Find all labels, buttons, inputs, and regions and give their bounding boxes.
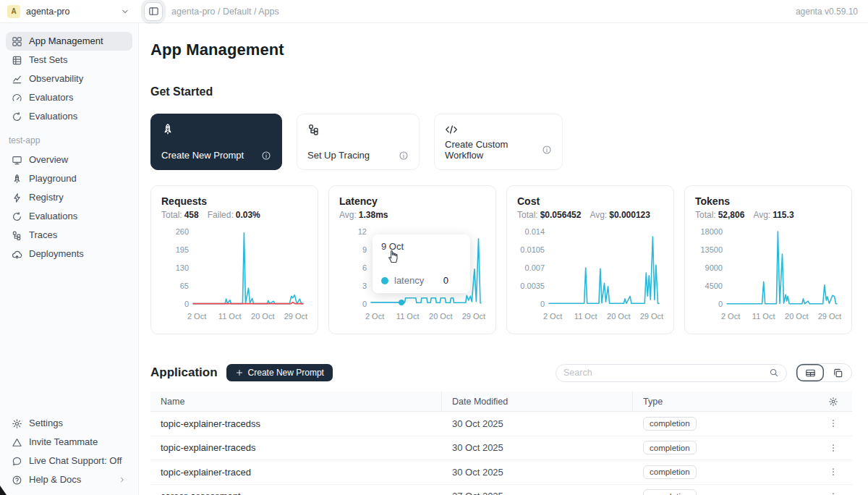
search-icon[interactable] bbox=[769, 368, 779, 378]
svg-text:0: 0 bbox=[540, 300, 545, 308]
row-menu-button[interactable] bbox=[825, 440, 841, 456]
stat-card-cost: CostTotal:$0.056452Avg:$0.00012300.00350… bbox=[506, 185, 674, 334]
stat-card-title: Cost bbox=[517, 195, 663, 207]
type-badge: completion bbox=[643, 465, 697, 479]
sidebar-app-item-overview[interactable]: Overview bbox=[6, 151, 132, 169]
sidebar-bottom-item-help-docs[interactable]: Help & Docs bbox=[6, 470, 132, 489]
stat-card-metrics: Total:52,806Avg:115.3 bbox=[695, 210, 841, 220]
type-badge: completion bbox=[643, 489, 697, 495]
sidebar-app-item-evaluations[interactable]: Evaluations bbox=[6, 207, 132, 226]
rocket-icon bbox=[161, 123, 174, 136]
stat-card-metrics: Avg:1.38ms bbox=[339, 210, 485, 220]
metric-value: $0.000123 bbox=[609, 210, 650, 220]
tokens-chart: 04500900013500180002 Oct11 Oct20 Oct29 O… bbox=[695, 223, 843, 324]
metric: Failed:0.03% bbox=[208, 210, 260, 220]
metric-label: Total: bbox=[517, 210, 538, 220]
refresh-icon bbox=[12, 111, 22, 122]
dots-vertical-icon bbox=[828, 418, 838, 428]
row-actions-cell bbox=[814, 464, 852, 480]
sidebar-item-label: Evaluations bbox=[29, 211, 77, 222]
sidebar-app-item-traces[interactable]: Traces bbox=[6, 226, 132, 245]
row-menu-button[interactable] bbox=[825, 415, 841, 431]
refresh-icon bbox=[12, 211, 22, 222]
sidebar-app-item-playground[interactable]: Playground bbox=[6, 169, 132, 188]
workspace-name: agenta-pro bbox=[26, 7, 69, 17]
card-label: Set Up Tracing bbox=[307, 150, 370, 161]
get-started-card-create-custom-workflow[interactable]: Create Custom Workflow bbox=[434, 114, 563, 170]
dots-vertical-icon bbox=[828, 443, 838, 453]
requests-chart: 0651301952602 Oct11 Oct20 Oct29 Oct bbox=[161, 223, 309, 324]
application-header: Application Create New Prompt bbox=[150, 363, 852, 382]
gauge-icon bbox=[12, 93, 22, 103]
sidebar-toggle-button[interactable] bbox=[144, 2, 163, 21]
table-row[interactable]: topic-explainer-traced30 Oct 2025complet… bbox=[150, 460, 852, 485]
sidebar-app-item-registry[interactable]: Registry bbox=[6, 188, 132, 207]
info-icon bbox=[542, 145, 552, 155]
search-input[interactable] bbox=[563, 368, 765, 378]
panel-toggle-icon bbox=[148, 6, 159, 17]
sidebar-item-label: Evaluations bbox=[29, 111, 77, 122]
metric: Total:52,806 bbox=[695, 210, 744, 220]
breadcrumb[interactable]: agenta-pro / Default / Apps bbox=[171, 7, 279, 17]
row-menu-button[interactable] bbox=[825, 488, 841, 495]
sidebar-app-item-deployments[interactable]: Deployments bbox=[6, 245, 132, 263]
sidebar-bottom-item-invite-teammate[interactable]: Invite Teammate bbox=[6, 433, 132, 452]
sidebar-item-observability[interactable]: Observability bbox=[6, 69, 132, 88]
get-started-card-set-up-tracing[interactable]: Set Up Tracing bbox=[297, 114, 420, 170]
sidebar-spacer bbox=[6, 263, 132, 414]
date-modified-cell: 30 Oct 2025 bbox=[442, 442, 633, 453]
chat-icon bbox=[12, 456, 22, 467]
type-cell: completion bbox=[633, 417, 814, 431]
svg-text:130: 130 bbox=[176, 263, 189, 272]
create-new-prompt-button[interactable]: Create New Prompt bbox=[226, 364, 333, 381]
gear-icon[interactable] bbox=[828, 397, 838, 407]
metric: Total:$0.056452 bbox=[517, 210, 581, 220]
sidebar-item-label: Registry bbox=[29, 192, 64, 203]
table-row[interactable]: topic-explainer-tracedss30 Oct 2025compl… bbox=[150, 412, 852, 436]
svg-text:11 Oct: 11 Oct bbox=[218, 312, 242, 321]
metric: Avg:115.3 bbox=[753, 210, 793, 220]
row-menu-button[interactable] bbox=[825, 464, 841, 480]
get-started-card-create-new-prompt[interactable]: Create New Prompt bbox=[150, 114, 282, 170]
dots-vertical-icon bbox=[828, 491, 838, 495]
sidebar-bottom-items: SettingsInvite TeammateLive Chat Support… bbox=[6, 414, 132, 489]
stat-card-title: Latency bbox=[339, 195, 485, 207]
svg-text:2 Oct: 2 Oct bbox=[721, 312, 740, 321]
sidebar-item-evaluators[interactable]: Evaluators bbox=[6, 88, 132, 107]
workspace-selector[interactable]: A agenta-pro bbox=[0, 5, 139, 18]
svg-text:11 Oct: 11 Oct bbox=[574, 312, 597, 321]
column-header-date-modified: Date Modified bbox=[442, 392, 633, 411]
metric-label: Total: bbox=[695, 210, 716, 220]
view-toggle-cards-view[interactable] bbox=[824, 364, 851, 381]
table-row[interactable]: career-assessment27 Oct 2025completion bbox=[150, 485, 852, 495]
metric-label: Failed: bbox=[208, 210, 234, 220]
table-row[interactable]: topic-explainer-traceds30 Oct 2025comple… bbox=[150, 436, 852, 461]
svg-text:18000: 18000 bbox=[700, 227, 723, 236]
get-started-cards: Create New PromptSet Up TracingCreate Cu… bbox=[150, 114, 852, 170]
traces-icon bbox=[12, 230, 22, 241]
card-footer: Set Up Tracing bbox=[307, 150, 409, 161]
tokens-series-tokens bbox=[727, 232, 837, 304]
sidebar-bottom-item-settings[interactable]: Settings bbox=[6, 414, 132, 433]
sidebar-item-label: Live Chat Support: Off bbox=[29, 455, 122, 467]
svg-text:11 Oct: 11 Oct bbox=[396, 312, 420, 321]
svg-text:29 Oct: 29 Oct bbox=[640, 312, 663, 321]
sidebar-item-label: Deployments bbox=[29, 248, 84, 260]
applications-table: NameDate ModifiedType topic-explainer-tr… bbox=[150, 392, 852, 495]
svg-text:20 Oct: 20 Oct bbox=[251, 312, 274, 321]
sidebar-item-evaluations[interactable]: Evaluations bbox=[6, 107, 132, 126]
metric-value: 115.3 bbox=[773, 210, 793, 220]
sidebar-item-app-management[interactable]: App Management bbox=[6, 32, 132, 51]
sidebar-bottom-item-live-chat-support-off[interactable]: Live Chat Support: Off bbox=[6, 452, 132, 470]
sidebar-item-label: Test Sets bbox=[29, 54, 67, 66]
svg-text:20 Oct: 20 Oct bbox=[785, 312, 808, 321]
sidebar-item-test-sets[interactable]: Test Sets bbox=[6, 51, 132, 69]
metric-value: 0.03% bbox=[236, 210, 260, 220]
svg-text:6: 6 bbox=[362, 263, 367, 272]
svg-text:0.007: 0.007 bbox=[524, 263, 545, 272]
column-header-type: Type bbox=[633, 392, 814, 411]
view-toggle-table-view[interactable] bbox=[796, 364, 824, 381]
type-cell: completion bbox=[633, 489, 814, 495]
svg-text:29 Oct: 29 Oct bbox=[818, 312, 841, 321]
cursor-artifact bbox=[0, 486, 7, 495]
